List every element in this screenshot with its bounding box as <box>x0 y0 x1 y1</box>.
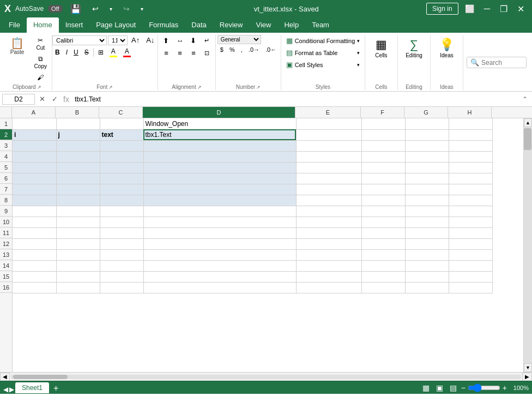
cell-d12[interactable] <box>143 238 296 249</box>
bold-button[interactable]: B <box>52 47 63 57</box>
cell-d11[interactable] <box>143 227 296 238</box>
cell-d16[interactable] <box>143 282 296 293</box>
scroll-down-button[interactable]: ▼ <box>524 363 532 372</box>
cell-b9[interactable] <box>56 206 100 217</box>
cell-e16[interactable] <box>296 282 361 293</box>
cell-b8[interactable] <box>56 195 100 206</box>
cell-e13[interactable] <box>296 249 361 260</box>
cell-f1[interactable] <box>361 118 405 129</box>
increase-font-button[interactable]: A↑ <box>129 35 142 45</box>
cell-f8[interactable] <box>361 195 405 206</box>
cell-e15[interactable] <box>296 271 361 282</box>
cell-f15[interactable] <box>361 271 405 282</box>
cell-h16[interactable] <box>449 282 492 293</box>
cell-d14[interactable] <box>143 260 296 271</box>
cell-d10[interactable] <box>143 217 296 227</box>
tab-data[interactable]: Data <box>185 17 213 33</box>
cell-h2[interactable] <box>449 129 492 140</box>
cut-button[interactable]: ✂ Cut <box>32 35 50 52</box>
cell-f7[interactable] <box>361 184 405 195</box>
cell-c3[interactable] <box>100 140 143 151</box>
clipboard-expand-icon[interactable]: ↗ <box>37 85 41 90</box>
cell-d9[interactable] <box>143 206 296 217</box>
cell-b15[interactable] <box>56 271 100 282</box>
cell-f12[interactable] <box>361 238 405 249</box>
cell-b5[interactable] <box>56 162 100 173</box>
cell-f11[interactable] <box>361 227 405 238</box>
page-break-view-button[interactable]: ▤ <box>448 383 459 392</box>
cell-c4[interactable] <box>100 151 143 162</box>
row-num-6[interactable]: 6 <box>0 173 12 184</box>
cell-g6[interactable] <box>405 173 449 184</box>
undo-button[interactable]: ↩ <box>89 3 102 14</box>
align-top-button[interactable]: ⬆ <box>160 35 173 46</box>
cell-g10[interactable] <box>405 217 449 227</box>
align-bottom-button[interactable]: ⬇ <box>187 35 200 46</box>
cell-c15[interactable] <box>100 271 143 282</box>
cell-a14[interactable] <box>13 260 56 271</box>
cell-h8[interactable] <box>449 195 492 206</box>
row-num-13[interactable]: 13 <box>0 249 12 260</box>
row-num-4[interactable]: 4 <box>0 151 12 162</box>
wrap-text-button[interactable]: ↵ <box>201 35 214 46</box>
cell-h13[interactable] <box>449 249 492 260</box>
col-header-h[interactable]: H <box>448 107 492 118</box>
cell-e3[interactable] <box>296 140 361 151</box>
corner-cell[interactable] <box>0 107 12 118</box>
cell-a3[interactable] <box>13 140 56 151</box>
cell-c7[interactable] <box>100 184 143 195</box>
cell-a10[interactable] <box>13 217 56 227</box>
cell-g5[interactable] <box>405 162 449 173</box>
merge-center-button[interactable]: ⊡ <box>201 47 214 59</box>
sign-in-button[interactable]: Sign in <box>426 3 458 15</box>
cell-g9[interactable] <box>405 206 449 217</box>
cell-a5[interactable] <box>13 162 56 173</box>
tab-formulas[interactable]: Formulas <box>142 17 185 33</box>
underline-button[interactable]: U <box>71 47 81 57</box>
zoom-minus-button[interactable]: − <box>461 383 466 392</box>
undo-dropdown-button[interactable]: ▾ <box>106 5 116 13</box>
tab-help[interactable]: Help <box>277 17 305 33</box>
cell-d7[interactable] <box>143 184 296 195</box>
cell-ref-input[interactable] <box>2 94 35 105</box>
cell-b1[interactable] <box>56 118 100 129</box>
formula-cancel-button[interactable]: ✕ <box>37 94 47 104</box>
cell-d3[interactable] <box>143 140 296 151</box>
cell-c11[interactable] <box>100 227 143 238</box>
cell-g14[interactable] <box>405 260 449 271</box>
cell-g11[interactable] <box>405 227 449 238</box>
comma-button[interactable]: , <box>238 45 245 54</box>
cell-c2[interactable]: text <box>100 129 143 140</box>
cell-g16[interactable] <box>405 282 449 293</box>
add-sheet-button[interactable]: + <box>50 383 62 393</box>
cell-a11[interactable] <box>13 227 56 238</box>
alignment-expand-icon[interactable]: ↗ <box>197 85 202 90</box>
paste-button[interactable]: 📋 Paste <box>4 35 31 58</box>
row-num-1[interactable]: 1 <box>0 118 12 129</box>
cell-a2[interactable]: i <box>13 129 56 140</box>
format-as-table-button[interactable]: ▤ Format as Table ▾ <box>282 47 364 58</box>
col-header-f[interactable]: F <box>361 107 404 118</box>
cell-a8[interactable] <box>13 195 56 206</box>
close-button[interactable]: ✕ <box>514 3 528 15</box>
cell-a12[interactable] <box>13 238 56 249</box>
cell-c12[interactable] <box>100 238 143 249</box>
cell-c5[interactable] <box>100 162 143 173</box>
row-num-7[interactable]: 7 <box>0 184 12 195</box>
cell-b14[interactable] <box>56 260 100 271</box>
cell-h3[interactable] <box>449 140 492 151</box>
col-header-d[interactable]: D <box>143 107 295 118</box>
cell-f13[interactable] <box>361 249 405 260</box>
cell-d2[interactable]: tbx1.Text <box>143 129 296 140</box>
conditional-formatting-button[interactable]: ▦ Conditional Formatting ▾ <box>282 35 364 46</box>
cell-c16[interactable] <box>100 282 143 293</box>
search-box[interactable]: 🔍 <box>467 57 527 68</box>
ideas-button[interactable]: 💡 Ideas <box>433 35 460 61</box>
row-num-5[interactable]: 5 <box>0 162 12 173</box>
scroll-right-button[interactable]: ▶ <box>522 373 532 381</box>
cell-e5[interactable] <box>296 162 361 173</box>
cell-b12[interactable] <box>56 238 100 249</box>
cell-h15[interactable] <box>449 271 492 282</box>
cell-d5[interactable] <box>143 162 296 173</box>
cells-button[interactable]: ▦ Cells <box>368 35 394 61</box>
